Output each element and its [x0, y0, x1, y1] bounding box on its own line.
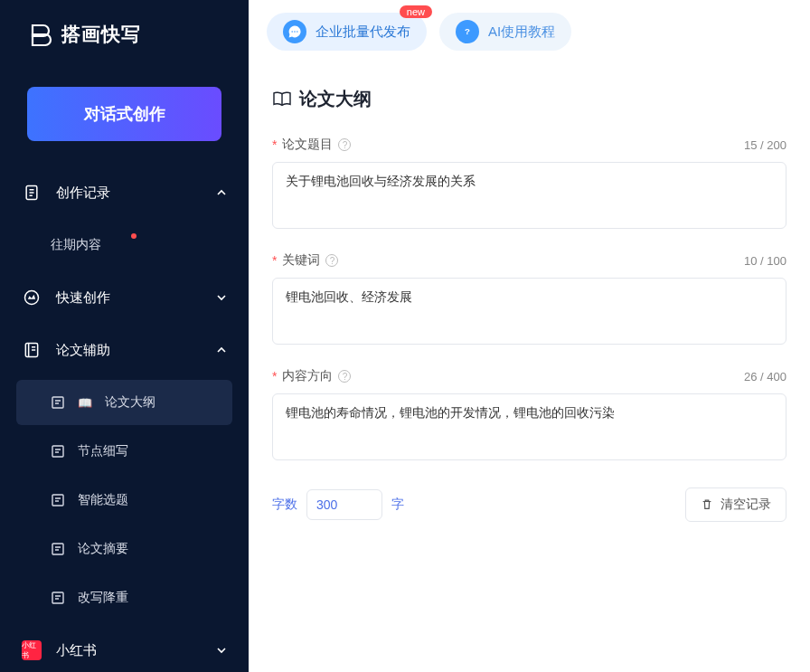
logo-icon [27, 22, 52, 47]
nav-group-paper-assist[interactable]: 论文辅助 [0, 324, 249, 376]
nav-item-paper-abstract[interactable]: 论文摘要 [16, 526, 232, 572]
dialogue-create-button[interactable]: 对话式创作 [27, 87, 221, 141]
nav-item-smart-topic[interactable]: 智能选题 [16, 478, 232, 523]
chat-icon [283, 20, 306, 43]
svg-rect-7 [52, 592, 63, 603]
svg-rect-5 [52, 495, 63, 506]
nav-item-paper-outline[interactable]: 📖 论文大纲 [16, 380, 232, 425]
pill-label: 企业批量代发布 [316, 24, 410, 41]
chevron-up-icon [216, 187, 227, 198]
content-direction-input[interactable] [272, 393, 786, 460]
svg-rect-3 [52, 397, 63, 408]
book-icon: 📖 [78, 396, 92, 410]
required-marker: * [272, 137, 277, 152]
nav-sub-smart-topic: 智能选题 [16, 478, 232, 523]
svg-point-9 [294, 31, 296, 33]
svg-point-10 [297, 31, 298, 33]
crown-icon [22, 288, 42, 308]
svg-text:?: ? [465, 26, 470, 36]
word-count-input[interactable] [306, 489, 382, 520]
keywords-input[interactable] [272, 278, 786, 345]
page-body: 论文大纲 * 论文题目 ? 15 / 200 * 关键词 ? [249, 63, 810, 545]
required-marker: * [272, 369, 277, 383]
chevron-down-icon [216, 645, 227, 656]
bottom-controls: 字数 字 清空记录 [272, 487, 786, 522]
field-label: 关键词 [282, 252, 320, 269]
nav-item-past-content[interactable]: 往期内容 [16, 222, 232, 268]
nav-sub-label: 往期内容 [51, 237, 101, 253]
xiaohongshu-icon: 小红书 [22, 640, 42, 660]
pill-label: AI使用教程 [488, 24, 555, 41]
note-icon [51, 444, 65, 459]
field-keywords: * 关键词 ? 10 / 100 [272, 252, 786, 348]
open-book-icon [272, 91, 292, 108]
nav-group-creation-record[interactable]: 创作记录 [0, 166, 249, 219]
field-content-direction: * 内容方向 ? 26 / 400 [272, 368, 786, 464]
info-icon[interactable]: ? [338, 370, 351, 383]
clear-records-button[interactable]: 清空记录 [685, 487, 786, 522]
nav-sub-rewrite: 改写降重 [16, 575, 232, 620]
word-count-label-pre: 字数 [272, 497, 297, 513]
note-icon [51, 542, 65, 556]
char-counter: 10 / 100 [744, 254, 786, 268]
char-counter: 26 / 400 [744, 370, 786, 383]
page-title: 论文大纲 [272, 87, 786, 111]
trash-icon [701, 498, 713, 511]
nav-label: 论文辅助 [56, 342, 202, 359]
page-title-text: 论文大纲 [299, 87, 372, 111]
clear-label: 清空记录 [721, 497, 771, 513]
logo-text: 搭画快写 [61, 22, 141, 47]
note-icon [51, 591, 65, 605]
svg-rect-6 [52, 544, 63, 554]
nav-item-node-detail[interactable]: 节点细写 [16, 429, 232, 474]
sidebar: 搭画快写 对话式创作 创作记录 往期内容 快速创作 [0, 0, 249, 672]
nav-label: 快速创作 [56, 289, 202, 307]
nav-label: 创作记录 [56, 185, 202, 202]
chevron-down-icon [216, 292, 227, 303]
nav-sub-label: 智能选题 [78, 492, 128, 508]
required-marker: * [272, 253, 277, 268]
word-count-label-post: 字 [391, 497, 404, 513]
info-icon[interactable]: ? [325, 254, 338, 267]
nav-group-quick-create[interactable]: 快速创作 [0, 271, 249, 324]
chevron-up-icon [216, 345, 227, 355]
help-icon: ? [456, 20, 479, 43]
logo: 搭画快写 [0, 0, 249, 69]
nav: 创作记录 往期内容 快速创作 论文辅助 [0, 166, 249, 672]
nav-sub-label: 节点细写 [78, 443, 128, 459]
svg-rect-4 [52, 446, 63, 457]
field-thesis-title: * 论文题目 ? 15 / 200 [272, 137, 786, 232]
nav-sub-creation: 往期内容 [16, 222, 232, 268]
field-label: 内容方向 [282, 368, 333, 384]
nav-sub-label: 论文大纲 [105, 394, 155, 411]
nav-label: 小红书 [56, 642, 202, 659]
thesis-title-input[interactable] [272, 162, 786, 229]
enterprise-publish-button[interactable]: 企业批量代发布 new [267, 13, 427, 51]
word-count-group: 字数 字 [272, 489, 404, 520]
nav-sub-label: 改写降重 [78, 590, 128, 606]
note-icon [51, 493, 65, 507]
document-icon [22, 183, 42, 203]
note-icon [51, 395, 65, 410]
ai-tutorial-button[interactable]: ? AI使用教程 [439, 13, 571, 51]
nav-item-rewrite[interactable]: 改写降重 [16, 575, 232, 620]
nav-sub-label: 论文摘要 [78, 541, 128, 557]
info-icon[interactable]: ? [338, 138, 351, 151]
topbar: 企业批量代发布 new ? AI使用教程 [249, 0, 810, 63]
nav-sub-paper-outline: 📖 论文大纲 [16, 380, 232, 425]
field-label: 论文题目 [282, 137, 333, 153]
nav-sub-paper-abstract: 论文摘要 [16, 526, 232, 572]
new-badge: new [400, 5, 432, 18]
paper-icon [22, 340, 42, 360]
svg-point-1 [25, 291, 39, 305]
svg-point-8 [291, 31, 293, 33]
main-content: 企业批量代发布 new ? AI使用教程 论文大纲 * 论文题目 ? [249, 0, 810, 672]
char-counter: 15 / 200 [744, 138, 786, 152]
nav-sub-node-detail: 节点细写 [16, 429, 232, 474]
nav-group-xiaohongshu[interactable]: 小红书 小红书 [0, 624, 249, 672]
